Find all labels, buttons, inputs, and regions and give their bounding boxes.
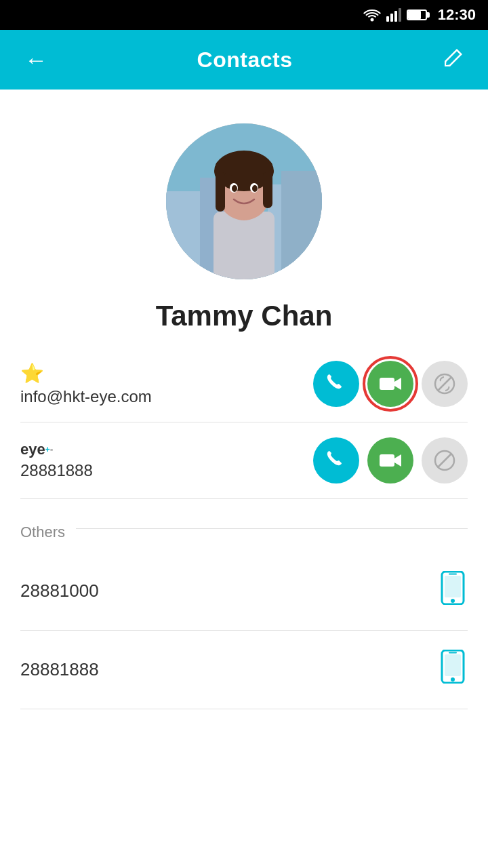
row-actions-hkt — [313, 361, 468, 407]
contact-row-hkt: ⭐ info@hkt-eye.com — [20, 346, 468, 422]
svg-rect-30 — [449, 574, 457, 575]
status-bar: 12:30 — [0, 0, 488, 30]
mobile-svg-1 — [438, 571, 468, 605]
star-icon: ⭐ — [20, 362, 44, 384]
svg-point-0 — [370, 18, 373, 22]
avatar-section: Tammy Chan — [0, 90, 488, 346]
avatar-image — [166, 123, 322, 279]
video-icon-2 — [378, 448, 403, 473]
row-actions-eye — [313, 437, 468, 484]
contact-row-eye: eye+- 28881888 — [20, 422, 468, 499]
phone-icon-2 — [324, 448, 348, 473]
call-button-eye[interactable] — [313, 437, 359, 484]
avatar-svg — [166, 123, 322, 279]
row-info-eye: eye+- 28881888 — [20, 441, 313, 480]
svg-rect-28 — [445, 576, 461, 597]
svg-rect-4 — [399, 8, 401, 22]
others-label: Others — [20, 510, 65, 547]
row-provider-hkt: ⭐ — [20, 362, 313, 384]
call-button-hkt[interactable] — [313, 361, 359, 407]
disabled-icon-2 — [432, 448, 457, 473]
row-number-eye: 28881888 — [20, 461, 313, 480]
others-section: Others 28881000 28881888 — [0, 499, 488, 709]
eye-logo: eye+- — [20, 441, 53, 458]
svg-line-23 — [438, 377, 451, 391]
edit-button[interactable] — [436, 42, 469, 78]
svg-rect-32 — [445, 654, 461, 676]
row-number-hkt: info@hkt-eye.com — [20, 387, 313, 406]
status-icons: 12:30 — [363, 6, 476, 24]
svg-line-26 — [438, 454, 451, 467]
back-button[interactable]: ← — [19, 43, 53, 77]
svg-rect-34 — [449, 652, 457, 654]
battery-icon — [407, 9, 427, 20]
other-row-2: 28881888 — [20, 631, 468, 709]
svg-point-29 — [451, 599, 455, 603]
video-button-eye[interactable] — [367, 437, 413, 484]
svg-point-33 — [451, 677, 455, 682]
svg-point-16 — [216, 155, 272, 176]
other-number-1: 28881000 — [20, 580, 99, 601]
disabled-icon — [432, 372, 457, 396]
avatar — [166, 123, 322, 279]
header-title: Contacts — [197, 47, 293, 73]
mobile-icon-2 — [438, 650, 468, 690]
svg-point-19 — [232, 185, 237, 192]
svg-rect-21 — [380, 378, 394, 390]
video-button-hkt[interactable] — [367, 361, 413, 407]
mobile-svg-2 — [438, 650, 468, 684]
contact-rows: ⭐ info@hkt-eye.com — [0, 346, 488, 499]
row-info-hkt: ⭐ info@hkt-eye.com — [20, 362, 313, 406]
other-row-1: 28881000 — [20, 552, 468, 631]
disabled-button-hkt — [422, 361, 468, 407]
edit-icon — [442, 47, 464, 69]
svg-rect-24 — [380, 454, 394, 467]
svg-rect-14 — [216, 171, 225, 212]
video-icon — [378, 371, 403, 397]
svg-rect-1 — [386, 16, 389, 22]
signal-icon — [386, 8, 401, 22]
disabled-button-eye — [422, 437, 468, 484]
phone-icon — [324, 372, 348, 396]
contact-name: Tammy Chan — [156, 300, 333, 332]
status-time: 12:30 — [438, 6, 476, 24]
mobile-icon-1 — [438, 571, 468, 611]
wifi-icon — [363, 8, 381, 22]
svg-rect-15 — [263, 171, 272, 208]
svg-rect-3 — [394, 11, 397, 22]
svg-rect-2 — [390, 14, 393, 22]
svg-point-20 — [252, 185, 258, 192]
svg-rect-10 — [214, 212, 274, 279]
header: ← Contacts — [0, 30, 488, 90]
svg-rect-9 — [281, 171, 322, 279]
other-number-2: 28881888 — [20, 659, 99, 680]
row-provider-eye: eye+- — [20, 441, 313, 458]
